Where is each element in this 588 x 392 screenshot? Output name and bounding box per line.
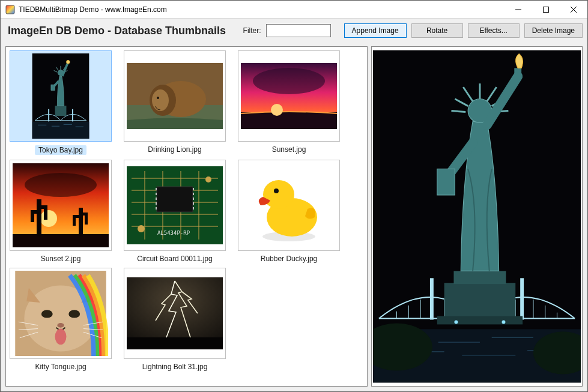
delete-image-button[interactable]: Delete Image [524,23,583,38]
app-icon [5,5,15,14]
thumbnail-frame [10,268,112,359]
thumbnail-item[interactable]: Rubber Ducky.jpg [238,160,340,263]
thumbnail-caption: Circuit Board 00011.jpg [137,255,212,263]
rotate-button[interactable]: Rotate [411,23,463,38]
thumbnail-caption: Drinking Lion.jpg [148,145,201,154]
thumbnail-item[interactable]: Lightning Bolt 31.jpg [124,268,226,371]
thumbnail-frame [10,160,112,251]
titlebar: TIEDBMultiBitmap Demo - www.ImageEn.com [1,1,587,19]
thumbnail-item[interactable]: Tokyo Bay.jpg [10,50,112,155]
thumbnail-image [13,163,109,247]
thumbnail-caption: Lightning Bolt 31.jpg [142,363,208,371]
toolbar: ImageEn DB Demo - Database Thumbnails Fi… [1,19,587,43]
thumbnail-caption: Sunset.jpg [272,145,306,154]
thumbnail-image [127,63,223,129]
close-button[interactable] [560,1,587,19]
app-window: TIEDBMultiBitmap Demo - www.ImageEn.com … [0,0,588,392]
thumbnail-item[interactable]: Circuit Board 00011.jpg [124,160,226,263]
thumbnail-caption: Rubber Ducky.jpg [261,255,318,263]
thumbnail-image [250,163,328,247]
thumbnail-image [127,166,223,244]
thumbnail-frame [10,50,112,142]
thumbnail-item[interactable]: Sunset.jpg [238,50,340,155]
svg-rect-0 [6,5,14,14]
preview-pane [371,46,583,387]
filter-input[interactable] [266,24,331,37]
preview-image [373,48,581,385]
append-image-button[interactable]: Append Image [344,23,407,38]
thumbnail-caption: Tokyo Bay.jpg [35,145,86,155]
svg-rect-1 [544,7,549,12]
thumbnail-image [13,271,108,356]
minimize-button[interactable] [505,1,532,19]
maximize-button[interactable] [532,1,560,19]
thumbnail-frame [238,160,340,251]
thumbnail-item[interactable]: Drinking Lion.jpg [124,50,226,155]
thumbnail-frame [124,268,226,359]
filter-label: Filter: [243,26,261,35]
thumbnail-image [127,277,223,349]
thumbnail-item[interactable]: Kitty Tongue.jpg [10,268,112,371]
thumbnail-frame [238,50,340,142]
main-row: Tokyo Bay.jpgDrinking Lion.jpgSunset.jpg… [1,43,587,391]
window-title: TIEDBMultiBitmap Demo - www.ImageEn.com [19,5,167,14]
page-heading: ImageEn DB Demo - Database Thumbnails [8,25,226,37]
thumbnail-caption: Kitty Tongue.jpg [35,363,86,371]
thumbnail-caption: Sunset 2.jpg [41,255,81,263]
thumbnail-image [241,63,337,129]
thumbnail-frame [124,160,226,251]
thumbnail-image [32,53,89,139]
thumbnail-frame [124,50,226,142]
effects-button[interactable]: Effects... [468,23,520,38]
thumbnail-item[interactable]: Sunset 2.jpg [10,160,112,263]
thumbnail-grid[interactable]: Tokyo Bay.jpgDrinking Lion.jpgSunset.jpg… [5,46,368,387]
